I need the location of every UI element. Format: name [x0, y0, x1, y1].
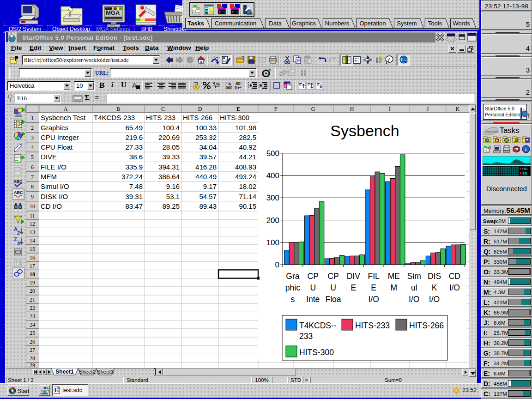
- svg-text:M: M: [391, 283, 398, 292]
- svg-text:7.48: 7.48: [129, 182, 143, 190]
- svg-text:Sysbench: Sysbench: [330, 122, 399, 139]
- svg-text:HITS-233: HITS-233: [146, 114, 175, 121]
- svg-text:71.14: 71.14: [239, 193, 256, 200]
- svg-text:F: F: [274, 106, 278, 112]
- svg-text:24: 24: [30, 321, 35, 328]
- svg-text:HITS-233: HITS-233: [355, 321, 390, 330]
- svg-text:23: 23: [30, 313, 35, 320]
- svg-text:HITS-300: HITS-300: [299, 348, 334, 357]
- svg-text:CPU Integer: CPU Integer: [41, 133, 79, 141]
- svg-text:500: 500: [266, 149, 279, 158]
- svg-text:T4KCDS-233: T4KCDS-233: [94, 114, 135, 121]
- svg-text:Graphics: Graphics: [41, 124, 68, 132]
- svg-text:I/O: I/O: [368, 295, 379, 304]
- svg-text:20: 20: [30, 288, 35, 294]
- svg-text:Simul I/O: Simul I/O: [41, 182, 69, 190]
- svg-text:Sheet1: Sheet1: [55, 369, 74, 375]
- svg-text:83.47: 83.47: [125, 202, 143, 210]
- svg-text:101.98: 101.98: [235, 124, 256, 132]
- svg-text:408.93: 408.93: [235, 163, 256, 171]
- svg-text:E: E: [371, 283, 376, 292]
- svg-text:9.16: 9.16: [166, 182, 180, 190]
- svg-text:12: 12: [30, 221, 35, 227]
- svg-text:89.25: 89.25: [162, 202, 180, 210]
- svg-text:ul: ul: [411, 283, 417, 292]
- svg-text:27: 27: [30, 347, 35, 353]
- svg-text:219.6: 219.6: [125, 133, 143, 141]
- svg-text:300: 300: [266, 193, 279, 202]
- svg-text:Sheet3: Sheet3: [97, 369, 114, 375]
- svg-text:493.24: 493.24: [235, 173, 256, 181]
- svg-text:13: 13: [30, 229, 35, 236]
- svg-text:253.32: 253.32: [195, 133, 217, 141]
- svg-text:StarDivision: StarDivision: [485, 130, 499, 133]
- svg-text:I/O: I/O: [409, 295, 419, 304]
- svg-text:T4KCDS--: T4KCDS--: [299, 321, 337, 330]
- svg-text:7: 7: [31, 174, 34, 180]
- svg-text:44.21: 44.21: [239, 153, 256, 161]
- svg-text:I/O: I/O: [429, 295, 440, 304]
- svg-text:21: 21: [30, 296, 35, 303]
- svg-text:I: I: [389, 106, 391, 112]
- svg-text:0: 0: [275, 260, 279, 269]
- svg-text:38.6: 38.6: [129, 153, 143, 161]
- svg-text:394.31: 394.31: [158, 163, 180, 171]
- svg-text:9: 9: [31, 193, 34, 200]
- svg-text:15: 15: [30, 246, 35, 252]
- svg-text:4: 4: [31, 144, 34, 151]
- svg-text:DIS: DIS: [428, 272, 441, 281]
- svg-text:440.49: 440.49: [195, 173, 217, 181]
- svg-text:CPU Float: CPU Float: [41, 143, 73, 151]
- svg-text:K: K: [456, 106, 460, 112]
- svg-text:phic: phic: [285, 283, 300, 292]
- svg-text:B: B: [116, 106, 120, 112]
- svg-text:9.17: 9.17: [203, 182, 217, 190]
- svg-text:28.05: 28.05: [162, 143, 180, 151]
- svg-text:CP: CP: [308, 272, 319, 281]
- svg-text:17: 17: [30, 263, 35, 269]
- svg-text:18: 18: [30, 271, 35, 278]
- svg-text:65.49: 65.49: [125, 124, 143, 132]
- svg-text:I/O: I/O: [449, 283, 460, 292]
- svg-text:22: 22: [30, 305, 35, 311]
- svg-text:54.57: 54.57: [199, 193, 217, 200]
- svg-text:U: U: [330, 283, 336, 292]
- svg-text:Z: Z: [17, 230, 20, 236]
- svg-text:C: C: [161, 106, 165, 112]
- svg-text:CD: CD: [449, 272, 460, 281]
- svg-text:HITS-266: HITS-266: [183, 114, 212, 121]
- svg-text:Floa: Floa: [325, 295, 341, 304]
- svg-text:39.33: 39.33: [162, 153, 180, 161]
- svg-text:FILE I/O: FILE I/O: [41, 163, 66, 171]
- svg-text:34.04: 34.04: [199, 143, 217, 151]
- svg-text:10: 10: [30, 203, 35, 210]
- svg-text:MEM: MEM: [41, 173, 57, 181]
- svg-text:220.69: 220.69: [158, 133, 180, 141]
- svg-text:416.28: 416.28: [195, 163, 217, 171]
- svg-text:1: 1: [31, 115, 34, 121]
- svg-text:16: 16: [30, 254, 35, 261]
- svg-text:372.24: 372.24: [121, 173, 143, 181]
- svg-text:100.33: 100.33: [195, 124, 217, 132]
- svg-text:Sysbench Test: Sysbench Test: [41, 114, 86, 121]
- svg-text:U: U: [310, 283, 316, 292]
- svg-text:DIVE: DIVE: [41, 153, 57, 161]
- svg-text:A: A: [64, 106, 68, 112]
- svg-text:25: 25: [30, 330, 35, 336]
- svg-text:J: J: [427, 106, 429, 112]
- svg-text:HITS-266: HITS-266: [409, 321, 444, 330]
- svg-text:Z: Z: [14, 236, 17, 242]
- svg-text:H: H: [350, 106, 354, 112]
- svg-text:SD: SD: [522, 171, 527, 175]
- svg-text:E: E: [351, 283, 356, 292]
- svg-text:386.64: 386.64: [158, 173, 180, 181]
- svg-text:D: D: [198, 106, 202, 112]
- svg-text:3: 3: [31, 134, 34, 141]
- svg-text:18.02: 18.02: [239, 182, 256, 190]
- svg-text:A: A: [17, 241, 21, 246]
- svg-text:14: 14: [30, 237, 35, 244]
- svg-text:27.33: 27.33: [125, 143, 143, 151]
- svg-text:K: K: [432, 283, 437, 292]
- svg-text:90.15: 90.15: [239, 202, 256, 210]
- svg-text:2: 2: [31, 125, 34, 131]
